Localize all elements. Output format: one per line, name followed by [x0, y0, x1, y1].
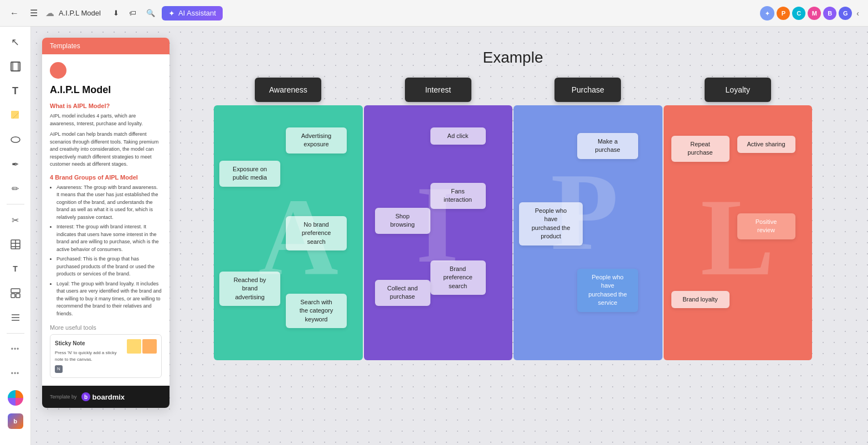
brand-groups-section-title: 4 Brand Groups of AIPL Model — [50, 174, 162, 181]
interest-header: Interest — [405, 78, 471, 102]
brand-groups-list: Awareness: The group with brand awarenes… — [50, 184, 162, 318]
column-interest: Interest I Ad click Fansinteraction Shop… — [364, 78, 513, 360]
what-is-section-title: What is AIPL Model? — [50, 103, 162, 109]
column-loyalty: Loyalty L Repeatpurchase Active sharing … — [664, 78, 813, 360]
card-shop-browsing: Shopbrowsing — [375, 208, 430, 234]
collab-avatar-3[interactable]: C — [792, 7, 805, 20]
sidebar-tool-sticky[interactable] — [4, 104, 27, 126]
loyalty-header: Loyalty — [705, 78, 771, 102]
search-button[interactable]: 🔍 — [143, 7, 158, 19]
template-header-label: Templates — [50, 42, 80, 50]
sidebar-tool-template[interactable] — [4, 282, 27, 304]
download-button[interactable]: ⬇ — [110, 7, 122, 19]
aipl-columns-container: Awareness A Exposure onpublic media Adve… — [214, 78, 812, 360]
template-icon — [10, 288, 21, 299]
color-indicator[interactable] — [4, 387, 27, 409]
card-search-keyword: Search withthe categorykeyword — [286, 294, 347, 328]
collapse-collaborators-button[interactable]: ‹ — [854, 7, 861, 20]
brand-item-purchased: Purchased: This is the group that has pu… — [57, 255, 162, 278]
sidebar-tool-text2[interactable]: T — [4, 258, 27, 280]
cursor-icon: ↖ — [11, 36, 19, 48]
interest-content: I Ad click Fansinteraction Shopbrowsing … — [364, 105, 513, 360]
what-is-text-2: AIPL model can help brands match differe… — [50, 131, 162, 168]
card-exposure-public: Exposure onpublic media — [219, 161, 280, 187]
card-purchased-product: People whohavepurchased theproduct — [519, 202, 583, 245]
sidebar-tool-cursor[interactable]: ↖ — [4, 31, 27, 53]
sidebar-dots-1: ••• — [4, 338, 27, 360]
toolbar: ← ☰ ☁ A.I.P.L Model ⬇ 🏷 🔍 ✦ AI Assistant… — [0, 0, 868, 27]
svg-point-7 — [11, 137, 20, 142]
marker-icon: ✏ — [12, 183, 19, 194]
color-wheel[interactable] — [8, 390, 23, 406]
back-button[interactable]: ← — [7, 6, 22, 21]
tag-icon: 🏷 — [129, 9, 136, 17]
canvas-area[interactable]: Templates A.I.P.L Model What is AIPL Mod… — [31, 27, 868, 445]
awareness-header: Awareness — [255, 78, 321, 102]
sidebar-tool-scissors[interactable]: ✂ — [4, 209, 27, 231]
svg-text:✦: ✦ — [765, 11, 770, 17]
card-no-brand: No brandpreferencesearch — [286, 216, 347, 250]
sidebar-tool-shape[interactable] — [4, 129, 27, 151]
shape-icon — [10, 134, 21, 145]
ai-assistant-button[interactable]: ✦ AI Assistant — [162, 6, 223, 21]
boardmix-badge[interactable]: b — [8, 413, 23, 429]
card-brand-preference: Brandpreferencesearch — [430, 260, 486, 295]
scissors-icon: ✂ — [12, 215, 19, 226]
template-header: Templates — [42, 38, 170, 54]
sidebar-tool-frame[interactable] — [4, 55, 27, 78]
card-repeat-purchase: Repeatpurchase — [671, 136, 730, 162]
table-icon — [10, 239, 21, 250]
svg-text:b: b — [84, 394, 87, 400]
main-layout: ↖ T ✒ ✏ ✂ T — [0, 27, 868, 445]
sidebar-tool-pen[interactable]: ✒ — [4, 153, 27, 175]
collab-avatar-5[interactable]: B — [823, 7, 836, 20]
sidebar-divider-2 — [7, 333, 24, 334]
card-fans-interaction: Fansinteraction — [430, 183, 486, 209]
brand-item-awareness: Awareness: The group with brand awarenes… — [57, 184, 162, 222]
text-icon: T — [12, 85, 18, 97]
template-footer: Template by b boardmix — [42, 386, 170, 408]
sidebar-tool-marker[interactable]: ✏ — [4, 177, 27, 200]
sidebar-tool-list[interactable] — [4, 306, 27, 329]
sidebar-tool-table[interactable] — [4, 233, 27, 255]
svg-rect-14 — [16, 294, 20, 298]
card-purchased-service: People whohavepurchased theservice — [577, 269, 638, 312]
card-brand-loyalty: Brand loyalty — [671, 291, 730, 308]
sidebar-dots-2: ••• — [4, 362, 27, 385]
card-positive-review: Positivereview — [737, 213, 795, 239]
brand-item-loyal: Loyal: The group with brand loyalty. It … — [57, 280, 162, 318]
sticky-note-demo-content: Sticky Note Press 'N' to quickly add a s… — [55, 339, 122, 373]
template-circle-decoration — [50, 62, 66, 79]
purchase-label: Purchase — [572, 85, 604, 94]
collab-avatar-1[interactable]: ✦ — [760, 6, 774, 21]
svg-rect-12 — [11, 289, 20, 293]
card-collect-purchase: Collect andpurchase — [375, 280, 430, 306]
boardmix-logo: b boardmix — [81, 392, 125, 401]
collab-avatar-2[interactable]: P — [777, 7, 790, 20]
sticky-note-demo: Sticky Note Press 'N' to quickly add a s… — [50, 334, 162, 378]
template-body: A.I.P.L Model What is AIPL Model? AIPL m… — [42, 54, 170, 386]
what-is-text-1: AIPL model includes 4 parts, which are a… — [50, 112, 162, 127]
template-title: A.I.P.L Model — [50, 84, 162, 96]
toolbar-left: ← ☰ ☁ A.I.P.L Model — [7, 6, 101, 21]
sticky-note-desc: Press 'N' to quickly add a sticky note t… — [55, 350, 122, 363]
collab-avatar-6[interactable]: G — [839, 7, 852, 20]
sticky-demo-visuals — [127, 339, 157, 354]
toolbar-center: ⬇ 🏷 🔍 ✦ AI Assistant — [110, 6, 223, 21]
toolbar-right: ✦ P C M B G ‹ — [760, 6, 861, 21]
loyalty-label: Loyalty — [726, 85, 750, 94]
card-advertising: Advertisingexposure — [286, 127, 347, 154]
left-sidebar: ↖ T ✒ ✏ ✂ T — [0, 27, 31, 445]
sidebar-tool-text[interactable]: T — [4, 80, 27, 102]
footer-label: Template by — [50, 394, 77, 400]
tag-button[interactable]: 🏷 — [126, 7, 140, 19]
purchase-header: Purchase — [554, 78, 621, 102]
column-purchase: Purchase P Make apurchase People whohave… — [513, 78, 662, 360]
loyalty-content: L Repeatpurchase Active sharing Positive… — [664, 105, 813, 360]
menu-button[interactable]: ☰ — [27, 6, 41, 21]
sticky-note-title: Sticky Note — [55, 339, 122, 347]
template-panel: Templates A.I.P.L Model What is AIPL Mod… — [42, 38, 170, 408]
collab-avatar-4[interactable]: M — [808, 7, 821, 20]
cloud-icon: ☁ — [45, 8, 54, 18]
back-icon: ← — [10, 8, 19, 18]
